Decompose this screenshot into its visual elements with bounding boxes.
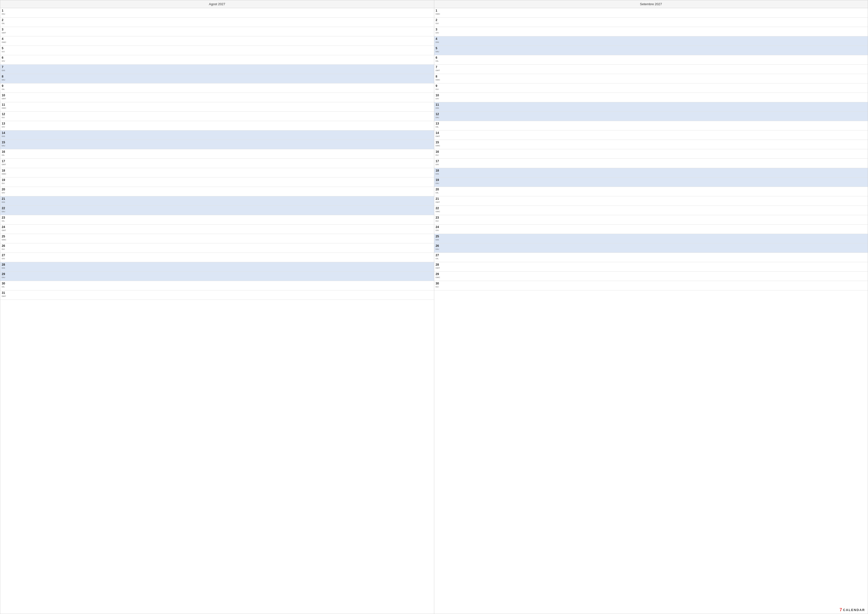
day-row: 14DIS (0, 131, 434, 140)
day-name: DMT (436, 69, 444, 72)
day-row: 9DIJ (434, 84, 868, 93)
day-number: 8 (2, 75, 10, 79)
day-name: DIU (2, 79, 10, 81)
day-number: 30 (2, 282, 10, 286)
day-name: DIJ (436, 286, 444, 288)
footer-logo-icon: 7 (840, 607, 842, 612)
day-cell: 31DMT (2, 291, 10, 297)
day-row: 18DMC (0, 168, 434, 177)
day-name: DMC (2, 41, 10, 44)
day-row: 17DMT (0, 159, 434, 168)
day-row: 12DIU (434, 112, 868, 121)
day-number: 29 (2, 272, 10, 276)
day-row: 5DIU (434, 46, 868, 55)
day-name: DIL (2, 154, 10, 157)
day-cell: 14DMT (436, 131, 444, 137)
day-row: 15DMC (434, 140, 868, 149)
day-number: 3 (2, 28, 10, 32)
day-row: 2DIJ (434, 17, 868, 27)
day-row: 6DIL (434, 55, 868, 65)
day-name: DIV (2, 126, 10, 128)
day-number: 7 (436, 65, 444, 69)
day-row: 16DIL (0, 149, 434, 159)
day-row: 5DIJ (0, 46, 434, 55)
day-row: 9DIL (0, 84, 434, 93)
day-number: 21 (2, 197, 10, 201)
day-name: DIL (2, 286, 10, 288)
day-number: 18 (436, 169, 444, 173)
day-name: DMT (436, 135, 444, 138)
day-row: 7DMT (434, 65, 868, 74)
day-number: 20 (436, 188, 444, 192)
day-name: DIS (436, 107, 444, 109)
day-row: 25DIS (434, 234, 868, 243)
day-name: DIV (2, 60, 10, 62)
day-name: DMT (2, 163, 10, 166)
day-name: DIS (2, 69, 10, 72)
day-number: 2 (2, 18, 10, 22)
day-name: DMC (2, 173, 10, 175)
day-row: 10DMT (0, 93, 434, 102)
day-name: DMC (436, 276, 444, 279)
day-row: 2DIL (0, 17, 434, 27)
day-cell: 13DIV (2, 122, 10, 128)
day-number: 20 (2, 188, 10, 192)
day-cell: 4DIS (436, 37, 444, 44)
day-name: DMT (436, 201, 444, 204)
day-cell: 19DIU (436, 178, 444, 185)
day-number: 16 (2, 150, 10, 154)
day-name: DMC (2, 239, 10, 241)
day-number: 19 (436, 178, 444, 182)
day-cell: 2DIL (2, 18, 10, 25)
day-number: 4 (436, 37, 444, 41)
day-cell: 29DMC (436, 272, 444, 278)
day-number: 10 (436, 93, 444, 98)
day-number: 9 (2, 84, 10, 88)
day-cell: 11DMC (2, 103, 10, 109)
day-name: DIS (436, 239, 444, 241)
day-cell: 6DIL (436, 56, 444, 62)
day-number: 30 (436, 282, 444, 286)
day-cell: 13DIL (436, 122, 444, 128)
day-cell: 27DIL (436, 253, 444, 260)
day-name: DIL (436, 126, 444, 128)
day-number: 27 (436, 253, 444, 258)
day-name: DIL (2, 220, 10, 222)
day-number: 3 (436, 28, 444, 32)
month-header-1: Setembre 2027 (434, 0, 868, 8)
day-name: DIJ (436, 220, 444, 222)
day-cell: 30DIJ (436, 282, 444, 288)
day-name: DMT (2, 229, 10, 232)
day-name: DIJ (2, 51, 10, 53)
day-cell: 8DIU (2, 75, 10, 81)
day-number: 9 (436, 84, 444, 88)
day-cell: 21DIS (2, 197, 10, 203)
day-number: 26 (436, 244, 444, 248)
day-number: 5 (2, 47, 10, 51)
day-row: 12DIJ (0, 112, 434, 121)
day-number: 23 (2, 216, 10, 220)
day-number: 13 (436, 122, 444, 126)
day-number: 28 (436, 263, 444, 267)
day-number: 25 (436, 235, 444, 239)
day-number: 24 (2, 225, 10, 229)
day-number: 11 (436, 103, 444, 107)
day-number: 1 (2, 9, 10, 13)
day-name: DIS (2, 267, 10, 269)
day-cell: 30DIL (2, 282, 10, 288)
day-name: DIS (436, 173, 444, 175)
day-cell: 27DIV (2, 253, 10, 260)
day-cell: 22DIU (2, 207, 10, 213)
day-number: 6 (2, 56, 10, 60)
day-name: DIU (2, 13, 10, 16)
day-row: 23DIJ (434, 215, 868, 225)
footer-bar: 7 CALENDAR (837, 606, 868, 614)
day-row: 19DIJ (0, 177, 434, 187)
day-cell: 11DIS (436, 103, 444, 109)
day-cell: 7DIS (2, 65, 10, 72)
day-number: 14 (436, 131, 444, 135)
day-cell: 1DMC (436, 9, 444, 15)
day-name: DMT (2, 98, 10, 100)
day-cell: 25DMC (2, 235, 10, 241)
day-number: 21 (436, 197, 444, 201)
